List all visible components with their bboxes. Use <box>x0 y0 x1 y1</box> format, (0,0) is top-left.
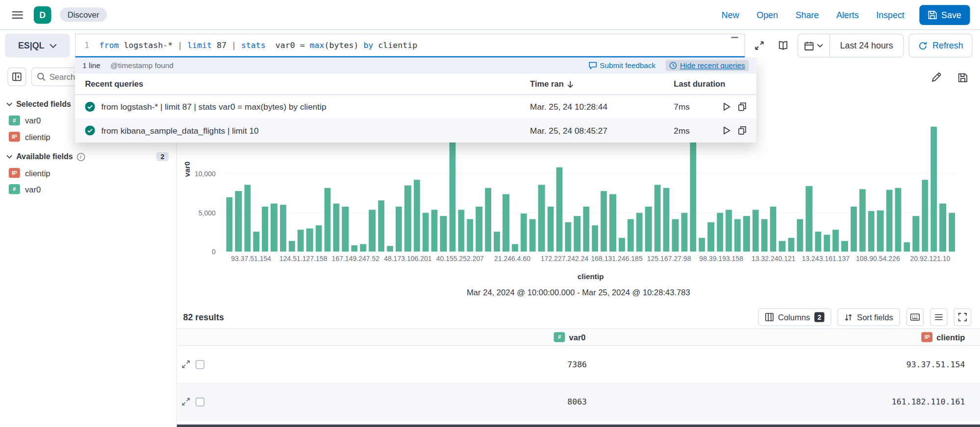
bar[interactable] <box>868 211 875 252</box>
bar[interactable] <box>681 213 687 252</box>
bar[interactable] <box>298 230 304 252</box>
bar[interactable] <box>859 189 866 251</box>
recent-query-row[interactable]: from kibana_sample_data_flights | limit … <box>75 119 756 142</box>
available-fields-header[interactable]: Available fields i 2 <box>0 145 176 165</box>
bar[interactable] <box>806 186 812 252</box>
bar[interactable] <box>717 213 723 252</box>
bar[interactable] <box>574 215 580 251</box>
keyboard-shortcuts-icon[interactable] <box>906 308 924 326</box>
breadcrumb[interactable]: Discover <box>60 7 106 22</box>
expand-row-icon[interactable] <box>182 360 190 369</box>
bar[interactable] <box>226 197 233 252</box>
refresh-button[interactable]: Refresh <box>909 34 973 57</box>
bar[interactable] <box>565 222 572 252</box>
topbar-link-share[interactable]: Share <box>796 10 819 20</box>
bar[interactable] <box>877 210 883 251</box>
bar[interactable] <box>404 185 411 251</box>
topbar-link-alerts[interactable]: Alerts <box>836 10 859 20</box>
bar[interactable] <box>423 213 429 252</box>
bar[interactable] <box>610 194 616 252</box>
run-query-play-icon[interactable] <box>723 126 730 135</box>
bar[interactable] <box>396 206 402 251</box>
bar[interactable] <box>779 240 785 251</box>
columns-button[interactable]: Columns 2 <box>758 308 831 326</box>
documentation-book-icon[interactable] <box>774 34 792 57</box>
bar[interactable] <box>583 206 589 251</box>
time-ran-sort-header[interactable]: Time ran <box>530 79 674 89</box>
bar[interactable] <box>654 185 660 252</box>
bar[interactable] <box>832 230 839 252</box>
expand-row-icon[interactable] <box>182 398 190 406</box>
menu-hamburger-icon[interactable] <box>10 7 25 23</box>
bar[interactable] <box>440 215 447 251</box>
bar[interactable] <box>734 219 741 252</box>
bar[interactable] <box>672 219 678 252</box>
bar[interactable] <box>342 206 349 251</box>
bar[interactable] <box>547 206 553 251</box>
bar[interactable] <box>592 225 598 252</box>
topbar-link-new[interactable]: New <box>722 10 739 20</box>
bar[interactable] <box>753 210 759 252</box>
time-range-label[interactable]: Last 24 hours <box>830 41 903 50</box>
date-picker-button[interactable] <box>798 34 830 57</box>
field-item-var0[interactable]: #var0 <box>0 181 176 197</box>
column-header-var0[interactable]: # var0 <box>554 332 587 342</box>
row-checkbox[interactable] <box>196 360 204 369</box>
bar[interactable] <box>904 242 910 252</box>
bar[interactable] <box>235 190 242 251</box>
bar[interactable] <box>485 188 491 252</box>
bar[interactable] <box>253 231 259 251</box>
bar[interactable] <box>726 210 732 252</box>
bar[interactable] <box>628 219 634 252</box>
display-options-icon[interactable] <box>930 308 948 326</box>
bar[interactable] <box>886 190 892 252</box>
bar[interactable] <box>529 219 536 252</box>
bar[interactable] <box>930 127 937 252</box>
bar[interactable] <box>797 219 803 252</box>
bar[interactable] <box>476 206 482 251</box>
bar[interactable] <box>788 237 794 252</box>
bar[interactable] <box>538 185 545 252</box>
submit-feedback-link[interactable]: Submit feedback <box>588 61 655 70</box>
bar[interactable] <box>939 203 946 252</box>
bar[interactable] <box>815 231 821 251</box>
bar[interactable] <box>333 203 340 252</box>
bar[interactable] <box>824 235 830 252</box>
bar[interactable] <box>743 215 750 251</box>
bar[interactable] <box>699 237 705 252</box>
bar[interactable] <box>351 245 357 252</box>
bar[interactable] <box>325 188 331 252</box>
esql-language-button[interactable]: ES|QL <box>5 34 70 57</box>
bar[interactable] <box>494 231 500 251</box>
esql-query-editor[interactable]: 1 from logstash-* | limit 87 | stats var… <box>75 34 745 57</box>
bar[interactable] <box>431 210 438 252</box>
bar[interactable] <box>895 188 902 252</box>
fullscreen-icon[interactable] <box>954 308 971 326</box>
row-checkbox[interactable] <box>196 397 204 406</box>
bar[interactable] <box>708 222 714 252</box>
bar[interactable] <box>770 206 777 251</box>
bar[interactable] <box>636 213 643 252</box>
bar[interactable] <box>663 188 670 252</box>
bar[interactable] <box>467 219 474 252</box>
collapse-sidebar-button[interactable] <box>7 68 26 86</box>
space-avatar[interactable]: D <box>34 6 51 24</box>
bar[interactable] <box>315 225 322 252</box>
topbar-link-inspect[interactable]: Inspect <box>876 10 905 20</box>
bar[interactable] <box>244 185 251 252</box>
run-query-play-icon[interactable] <box>723 102 730 111</box>
bar[interactable] <box>949 213 955 252</box>
bar[interactable] <box>690 142 696 252</box>
bar[interactable] <box>601 190 607 251</box>
field-item-clientip[interactable]: IPclientip <box>0 165 176 181</box>
minimize-editor-icon[interactable] <box>731 37 738 38</box>
copy-query-icon[interactable] <box>738 102 747 111</box>
bar[interactable] <box>413 180 420 252</box>
bar[interactable] <box>289 240 295 251</box>
bar[interactable] <box>619 237 625 252</box>
bar[interactable] <box>761 219 768 252</box>
bar[interactable] <box>306 228 313 252</box>
bar[interactable] <box>556 167 562 252</box>
bar[interactable] <box>511 244 518 252</box>
column-header-clientip[interactable]: IP clientip <box>922 332 980 342</box>
